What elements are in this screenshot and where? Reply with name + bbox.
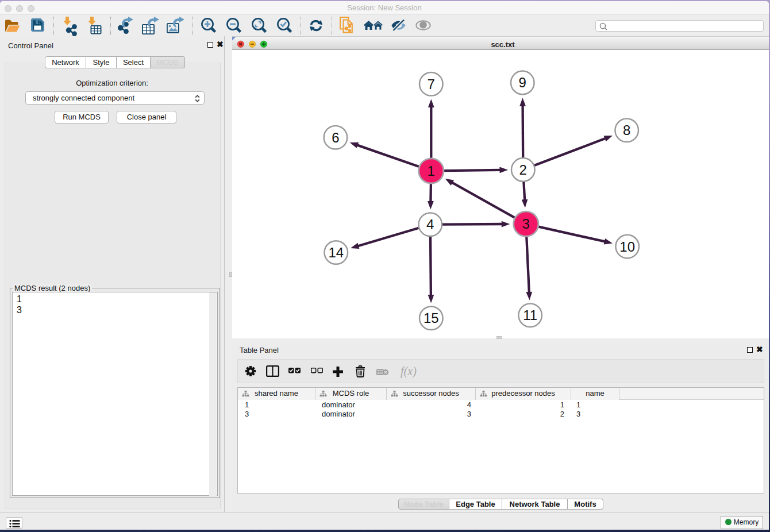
- svg-text:8: 8: [623, 122, 630, 138]
- svg-text:3: 3: [522, 216, 530, 232]
- svg-text:1: 1: [428, 163, 435, 179]
- svg-text:2: 2: [519, 162, 527, 178]
- svg-text:11: 11: [523, 307, 537, 323]
- svg-text:7: 7: [428, 76, 435, 92]
- svg-text:14: 14: [328, 245, 344, 260]
- svg-text:15: 15: [424, 310, 439, 326]
- svg-text:6: 6: [332, 130, 339, 145]
- svg-text:10: 10: [619, 239, 635, 255]
- svg-text:9: 9: [519, 75, 526, 90]
- svg-text:4: 4: [426, 217, 434, 232]
